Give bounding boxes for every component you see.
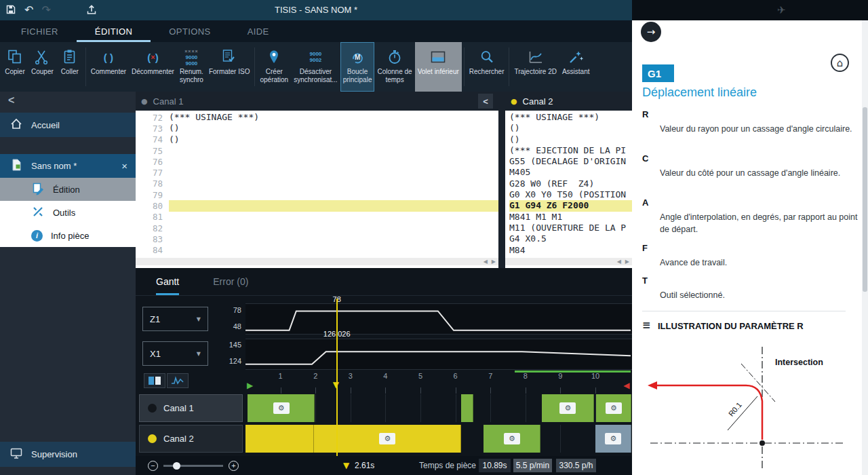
- waveform-view-button[interactable]: [167, 373, 189, 388]
- sidebar-item-accueil[interactable]: Accueil: [0, 113, 136, 137]
- gantt-bar[interactable]: [461, 394, 473, 422]
- decommenter-button[interactable]: (×) Décommenter: [129, 42, 177, 92]
- menu-fichier[interactable]: FICHIER: [3, 20, 77, 42]
- gantt-row-canal2-label[interactable]: Canal 2: [139, 425, 243, 453]
- desactiver-synchronisation-button[interactable]: 90009002 Désactiver synchronisat...: [291, 42, 340, 92]
- gantt-bar[interactable]: [245, 425, 314, 453]
- code-line[interactable]: 83: [136, 233, 498, 244]
- boucle-principale-button[interactable]: M Boucle principale: [340, 42, 375, 92]
- code-line[interactable]: 84: [136, 245, 498, 256]
- coller-button[interactable]: Coller: [56, 42, 83, 92]
- volet-inferieur-button[interactable]: Volet inférieur: [415, 42, 462, 92]
- scroll-left-icon[interactable]: ◀: [617, 259, 621, 265]
- gantt-bar[interactable]: ⚙: [484, 425, 540, 453]
- code-line[interactable]: M84: [509, 245, 632, 256]
- menu-aide[interactable]: AIDE: [229, 20, 288, 42]
- menu-edition[interactable]: ÉDITION: [77, 20, 151, 42]
- gantt-bar[interactable]: ⚙: [595, 425, 631, 453]
- axis-selector-z1[interactable]: Z1 ▼: [142, 307, 208, 331]
- gantt-row-canal1-label[interactable]: Canal 1: [139, 394, 243, 422]
- motion-chart-z1[interactable]: [245, 303, 632, 335]
- code-line[interactable]: (): [509, 123, 632, 134]
- save-icon[interactable]: [5, 4, 16, 17]
- code-line[interactable]: G55 (DECALAGE D'ORIGIN: [509, 156, 632, 167]
- commenter-button[interactable]: ( ) Commenter: [88, 42, 129, 92]
- canal1-editor[interactable]: 72(*** USINAGE ***)73()74()7576777879808…: [136, 111, 498, 268]
- scroll-left-icon[interactable]: ◀: [484, 259, 488, 265]
- code-line[interactable]: 81: [136, 212, 498, 223]
- timeline-end-marker[interactable]: ◀: [623, 381, 629, 390]
- zoom-in-icon[interactable]: +: [229, 461, 239, 471]
- code-line[interactable]: G1 G94 Z6 F2000: [509, 200, 632, 211]
- help-scrollbar[interactable]: [862, 20, 868, 475]
- export-icon[interactable]: [86, 4, 97, 17]
- rechercher-button[interactable]: Rechercher: [467, 42, 507, 92]
- tab-error[interactable]: Error (0): [213, 268, 248, 295]
- gantt-bar[interactable]: ⚙: [596, 394, 631, 422]
- code-line[interactable]: 74(): [136, 134, 498, 145]
- code-line[interactable]: 79: [136, 189, 498, 200]
- motion-chart-x1[interactable]: [245, 339, 632, 370]
- code-line[interactable]: 72(*** USINAGE ***): [136, 112, 498, 123]
- tick-label: 10: [591, 372, 599, 380]
- code-line[interactable]: (*** EJECTION DE LA PI: [509, 145, 632, 156]
- code-line[interactable]: G28 W0 (REF Z4): [509, 178, 632, 189]
- menu-options[interactable]: OPTIONS: [151, 20, 229, 42]
- pin-panel-icon[interactable]: ✈: [777, 4, 786, 16]
- undo-icon[interactable]: ↶: [24, 5, 33, 16]
- code-line[interactable]: 75: [136, 145, 498, 156]
- gantt-cursor-line[interactable]: [336, 299, 338, 456]
- scrollbar-thumb[interactable]: [863, 107, 867, 292]
- scroll-right-icon[interactable]: ▶: [492, 259, 496, 265]
- grid-line: [456, 394, 456, 422]
- code-line[interactable]: 77: [136, 167, 498, 178]
- gantt-bar[interactable]: ⚙: [248, 394, 315, 422]
- play-marker[interactable]: ▶: [247, 381, 253, 390]
- tab-label: Gantt: [156, 276, 179, 287]
- expand-panel-button[interactable]: →: [641, 22, 661, 42]
- sidebar-item-supervision[interactable]: Supervision: [0, 442, 136, 467]
- canal2-hscrollbar[interactable]: ◀▶: [505, 258, 632, 265]
- sidebar-item-sans-nom[interactable]: Sans nom * ×: [0, 154, 136, 178]
- code-line[interactable]: 73(): [136, 123, 498, 134]
- code-line[interactable]: (): [509, 134, 632, 145]
- code-line[interactable]: M405: [509, 167, 632, 178]
- code-line[interactable]: 82: [136, 223, 498, 233]
- redo-icon[interactable]: ↷: [41, 5, 50, 16]
- sidebar-item-outils[interactable]: Outils: [0, 201, 136, 224]
- creer-operation-button[interactable]: Créer opération: [257, 42, 291, 92]
- collapse-panel-button[interactable]: <: [478, 94, 493, 109]
- sidebar-collapse-chevron[interactable]: <: [8, 94, 14, 107]
- code-line[interactable]: 80: [136, 200, 498, 211]
- copier-button[interactable]: Copier: [1, 42, 28, 92]
- zoom-slider[interactable]: [163, 465, 223, 467]
- code-line[interactable]: G4 X0.5: [509, 233, 632, 244]
- tab-gantt[interactable]: Gantt: [156, 268, 179, 295]
- zoom-out-icon[interactable]: −: [148, 461, 158, 471]
- renum-synchro-button[interactable]: ××××90009000 Renum. synchro: [177, 42, 206, 92]
- split-view-button[interactable]: [144, 373, 165, 388]
- assistant-button[interactable]: Assistant: [559, 42, 593, 92]
- code-line[interactable]: 76: [136, 156, 498, 167]
- gantt-bar[interactable]: ⚙: [542, 394, 594, 422]
- couper-button[interactable]: Couper: [28, 42, 56, 92]
- close-icon[interactable]: ×: [121, 161, 127, 171]
- help-home-button[interactable]: ⌂: [831, 54, 849, 72]
- formater-iso-button[interactable]: Formater ISO: [206, 42, 253, 92]
- canal2-editor[interactable]: (*** USINAGE ***)()()(*** EJECTION DE LA…: [505, 111, 632, 268]
- scroll-right-icon[interactable]: ▶: [625, 259, 629, 265]
- colonne-de-temps-button[interactable]: Colonne de temps: [374, 42, 414, 92]
- sidebar-item-edition[interactable]: Édition: [0, 178, 136, 201]
- param-key: F: [642, 243, 648, 253]
- zoom-slider-handle[interactable]: [173, 462, 180, 470]
- axis-selector-x1[interactable]: X1 ▼: [142, 341, 208, 366]
- sidebar-item-info-piece[interactable]: i Info pièce: [0, 224, 136, 247]
- trajectoire-2d-button[interactable]: Trajectoire 2D: [511, 42, 559, 92]
- code-line[interactable]: 78: [136, 178, 498, 189]
- code-line[interactable]: G0 X0 Y0 T50 (POSITION: [509, 189, 632, 200]
- code-line[interactable]: M11 (OUVERTURE DE LA P: [509, 223, 632, 233]
- code-line[interactable]: M841 M1 M1: [509, 212, 632, 223]
- timeline-ruler[interactable]: 12345678910: [245, 370, 632, 394]
- code-line[interactable]: (*** USINAGE ***): [509, 112, 632, 123]
- canal1-hscrollbar[interactable]: ◀▶: [136, 258, 498, 265]
